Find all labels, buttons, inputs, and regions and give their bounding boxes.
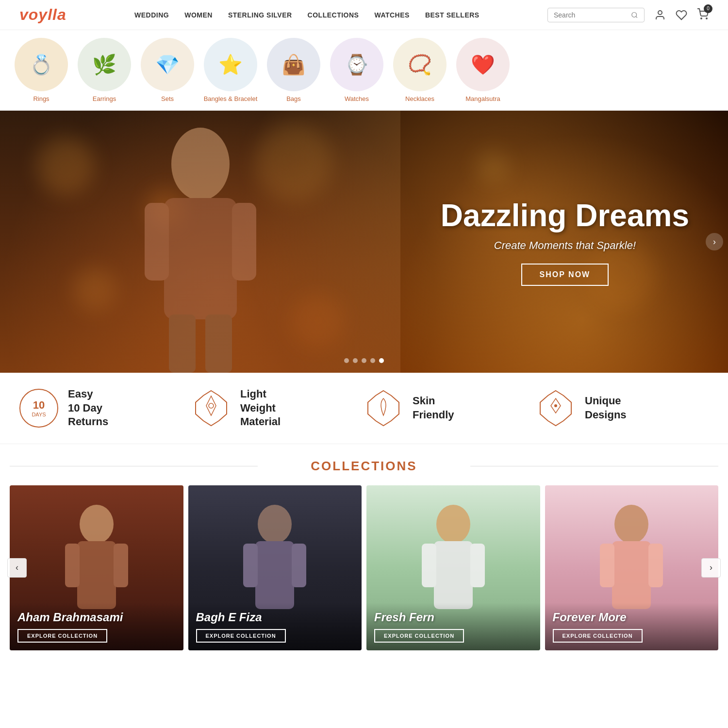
light-weight-icon <box>192 389 231 428</box>
svg-rect-23 <box>422 544 436 587</box>
sets-label: Sets <box>161 95 174 102</box>
svg-rect-15 <box>65 544 80 587</box>
main-nav: WEDDING WOMEN STERLING SILVER COLLECTION… <box>134 11 480 19</box>
explore-aham-brahmasami[interactable]: EXPLORE COLLECTION <box>17 629 107 643</box>
shop-now-button[interactable]: SHOP NOW <box>521 264 609 286</box>
collection-aham-brahmasami[interactable]: Aham Brahmasami EXPLORE COLLECTION <box>10 485 183 650</box>
collections-prev-button[interactable]: ‹ <box>7 558 27 578</box>
svg-rect-7 <box>232 203 256 281</box>
feature-light-weight: Light Weight Material <box>192 387 364 429</box>
collections-section: COLLECTIONS ‹ Aham Brahmasami EXPLORE CO… <box>0 444 728 665</box>
collection-overlay-4: Forever More EXPLORE COLLECTION <box>545 603 719 650</box>
nav-bestsellers[interactable]: BEST SELLERS <box>425 11 480 19</box>
wishlist-icon[interactable] <box>676 9 687 21</box>
banner-content: Dazzling Dreams Create Moments that Spar… <box>441 198 689 286</box>
nav-sterling[interactable]: STERLING SILVER <box>228 11 292 19</box>
nav-wedding[interactable]: WEDDING <box>134 11 169 19</box>
category-mangalsutra[interactable]: ❤️ Mangalsutra <box>451 38 514 102</box>
category-bangles[interactable]: ⭐ Bangles & Bracelet <box>199 38 262 102</box>
ten-days-icon: 10 DAYS <box>19 389 58 428</box>
nav-collections[interactable]: COLLECTIONS <box>308 11 359 19</box>
necklaces-icon: 📿 <box>393 38 447 91</box>
brand-logo[interactable]: voylla <box>19 6 66 24</box>
category-necklaces[interactable]: 📿 Necklaces <box>388 38 451 102</box>
mangalsutra-label: Mangalsutra <box>465 95 500 102</box>
search-input[interactable] <box>554 11 631 19</box>
collection-fresh-fern[interactable]: Fresh Fern EXPLORE COLLECTION <box>366 485 540 650</box>
banner-dot-1[interactable] <box>344 358 349 363</box>
svg-point-13 <box>80 505 114 544</box>
category-sets[interactable]: 💎 Sets <box>136 38 199 102</box>
search-box[interactable] <box>547 8 645 22</box>
category-watches[interactable]: ⌚ Watches <box>325 38 388 102</box>
easy-returns-title: Easy 10 Day Returns <box>68 387 108 429</box>
svg-rect-9 <box>205 314 232 373</box>
svg-rect-28 <box>648 544 663 587</box>
necklaces-label: Necklaces <box>405 95 434 102</box>
svg-point-17 <box>258 505 292 544</box>
category-rings[interactable]: 💍 Rings <box>10 38 73 102</box>
nav-women[interactable]: WOMEN <box>184 11 213 19</box>
unique-designs-icon <box>536 389 575 428</box>
svg-rect-5 <box>164 198 237 319</box>
svg-rect-24 <box>470 544 485 587</box>
explore-fresh-fern[interactable]: EXPLORE COLLECTION <box>374 629 464 643</box>
earrings-label: Earrings <box>93 95 116 102</box>
svg-rect-18 <box>255 541 294 609</box>
cart-count: 0 <box>704 4 712 13</box>
collection-forever-more[interactable]: Forever More EXPLORE COLLECTION <box>545 485 719 650</box>
svg-rect-22 <box>434 541 473 609</box>
cart-wrapper[interactable]: 0 <box>697 8 709 22</box>
svg-point-1 <box>658 11 662 15</box>
svg-point-12 <box>554 404 557 407</box>
collection-name-2: Bagh E Fiza <box>196 611 354 624</box>
watches-icon: ⌚ <box>330 38 383 91</box>
banner-subtitle: Create Moments that Sparkle! <box>441 239 689 252</box>
svg-point-25 <box>614 505 648 544</box>
collection-bagh-e-fiza[interactable]: Bagh E Fiza EXPLORE COLLECTION <box>188 485 362 650</box>
explore-bagh-e-fiza[interactable]: EXPLORE COLLECTION <box>196 629 286 643</box>
collections-next-button[interactable]: › <box>701 558 721 578</box>
banner-dots <box>344 358 384 363</box>
explore-forever-more[interactable]: EXPLORE COLLECTION <box>553 629 643 643</box>
collection-overlay-2: Bagh E Fiza EXPLORE COLLECTION <box>188 603 362 650</box>
category-row: 💍 Rings 🌿 Earrings 💎 Sets ⭐ Bangles & Br… <box>0 30 728 111</box>
logo-text: voylla <box>19 6 66 23</box>
svg-rect-6 <box>145 203 169 281</box>
banner-dot-2[interactable] <box>353 358 358 363</box>
svg-point-21 <box>436 505 470 544</box>
banner-title: Dazzling Dreams <box>441 198 689 233</box>
skin-friendly-icon <box>364 389 403 428</box>
watches-label: Watches <box>345 95 369 102</box>
skin-friendly-title: Skin Friendly <box>413 394 454 422</box>
banner-dot-5[interactable] <box>379 358 384 363</box>
svg-rect-27 <box>600 544 614 587</box>
collection-name-4: Forever More <box>553 611 711 624</box>
svg-point-4 <box>171 128 230 200</box>
svg-rect-8 <box>169 314 196 373</box>
unique-designs-title: Unique Designs <box>585 394 627 422</box>
rings-label: Rings <box>33 95 49 102</box>
light-weight-title: Light Weight Material <box>240 387 281 429</box>
nav-watches[interactable]: WATCHES <box>374 11 409 19</box>
svg-point-2 <box>701 18 702 19</box>
banner-dot-3[interactable] <box>362 358 366 363</box>
banner-next-button[interactable]: › <box>706 233 723 250</box>
banner-dot-4[interactable] <box>370 358 375 363</box>
svg-rect-26 <box>612 541 651 609</box>
earrings-icon: 🌿 <box>78 38 131 91</box>
collection-name-3: Fresh Fern <box>374 611 532 624</box>
feature-unique-designs: Unique Designs <box>536 387 709 429</box>
svg-point-10 <box>209 403 214 408</box>
collection-overlay-3: Fresh Fern EXPLORE COLLECTION <box>366 603 540 650</box>
category-earrings[interactable]: 🌿 Earrings <box>73 38 136 102</box>
category-bags[interactable]: 👜 Bags <box>262 38 325 102</box>
svg-point-3 <box>706 18 707 19</box>
collections-grid: Aham Brahmasami EXPLORE COLLECTION Bagh … <box>10 485 718 650</box>
svg-rect-14 <box>77 541 116 609</box>
bags-icon: 👜 <box>267 38 320 91</box>
user-icon[interactable] <box>654 9 666 21</box>
bangles-label: Bangles & Bracelet <box>204 95 258 102</box>
feature-skin-friendly: Skin Friendly <box>364 387 536 429</box>
ten-days-number: 10 <box>33 399 45 412</box>
